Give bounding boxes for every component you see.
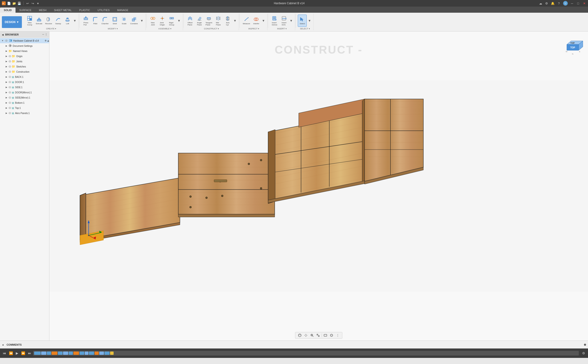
timeline-item-6[interactable] (63, 351, 68, 355)
timeline-prev[interactable]: ⏪ (8, 351, 14, 356)
more-modify-button[interactable]: ▾ (139, 15, 144, 27)
open-file-icon[interactable]: 📁 (12, 1, 16, 5)
notifications-icon[interactable]: 🔔 (551, 1, 555, 5)
tree-item-door-mirror[interactable]: ▶ ▣ DOOR(Mirror):1 (0, 90, 49, 95)
joint-origin-button[interactable]: JointOrigin (158, 15, 167, 27)
tree-arrow-doc[interactable]: ▶ (5, 44, 8, 47)
tree-item-top[interactable]: ▶ ▣ Top:1 (0, 105, 49, 110)
timeline-item-13[interactable] (99, 351, 104, 355)
tree-item-construction[interactable]: ▶ 📁 Construction (0, 69, 49, 74)
tab-mesh[interactable]: MESH (35, 7, 50, 13)
eye-icon-bottom[interactable] (8, 101, 11, 104)
tree-arrow-top[interactable]: ▶ (5, 106, 8, 110)
pan-icon[interactable] (303, 333, 309, 338)
plane-at-angle-button[interactable]: AnglePlane (195, 15, 204, 27)
timeline-track[interactable] (33, 351, 579, 356)
tree-arrow-root[interactable]: ▼ (1, 39, 4, 42)
viewcube-svg[interactable]: TOP TOP N W E (562, 36, 583, 57)
render-icon[interactable] (329, 333, 334, 338)
timeline-item-12[interactable] (95, 351, 99, 355)
comments-more-icon[interactable]: ⊕ (584, 343, 586, 346)
design-dropdown-button[interactable]: DESIGN ▼ (2, 16, 22, 28)
tree-item-back[interactable]: ▶ ▣ BACK:1 (0, 74, 49, 79)
timeline-item-14[interactable] (105, 351, 110, 355)
viewport[interactable]: CONSTRUCT - TOP TOP N W E (49, 32, 588, 340)
extrude-button[interactable]: Extrude (35, 15, 44, 27)
rigid-group-button[interactable]: RigidGroup (167, 15, 176, 27)
eye-icon-joints[interactable] (8, 60, 11, 63)
scale-button[interactable]: Scale (120, 15, 129, 27)
display-mode-icon[interactable] (323, 333, 328, 338)
tab-manage[interactable]: MANAGE (113, 7, 132, 13)
timeline-to-start[interactable]: ⏮ (2, 351, 7, 356)
tree-arrow-sketches[interactable]: ▶ (5, 65, 8, 68)
cloud-sync-icon[interactable]: ☁ (539, 1, 542, 5)
tree-arrow-door[interactable]: ▶ (5, 80, 8, 84)
eye-icon-sketches[interactable] (8, 65, 11, 68)
press-pull-button[interactable]: PressPull (81, 15, 90, 27)
tree-arrow-construction[interactable]: ▶ (5, 70, 8, 73)
eye-icon-door[interactable] (8, 81, 11, 84)
chamfer-button[interactable]: Chamfer (100, 15, 110, 27)
orbit-icon[interactable] (297, 333, 302, 338)
tree-arrow-bottom[interactable]: ▶ (5, 101, 8, 104)
insert-derive-button[interactable]: InsertDerive (270, 15, 279, 27)
tree-item-named-views[interactable]: ▶ 📁 Named Views (0, 48, 49, 54)
eye-icon-top[interactable] (8, 106, 11, 109)
3d-canvas[interactable] (49, 32, 588, 340)
timeline-to-end[interactable]: ⏭ (27, 351, 32, 356)
tree-item-sketches[interactable]: ▶ 📁 Sketches (0, 64, 49, 69)
more-inspect-button[interactable]: ▾ (261, 15, 266, 27)
browser-more-icon[interactable]: ⋮ (45, 33, 47, 36)
timeline-item-10[interactable] (85, 351, 88, 355)
tree-item-bottom[interactable]: ▶ ▣ Bottom:1 (0, 100, 49, 105)
revolve-button[interactable]: Revolve (44, 15, 53, 27)
eye-icon-back[interactable] (8, 76, 11, 78)
tangent-plane-button[interactable]: TangentPlane (204, 15, 213, 27)
tree-item-doc-settings[interactable]: ▶ ⚙ Document Settings (0, 43, 49, 48)
timeline-item-11[interactable] (89, 351, 94, 355)
tree-arrow-joints[interactable]: ▶ (5, 60, 8, 63)
tree-arrow-side-mirror[interactable]: ▶ (5, 96, 8, 99)
timeline-item-7[interactable] (69, 351, 73, 355)
tree-arrow-side[interactable]: ▶ (5, 86, 8, 89)
timeline-next[interactable]: ⏩ (20, 351, 26, 356)
timeline-item-5[interactable] (58, 351, 63, 355)
tab-utilities[interactable]: UTILITIES (94, 7, 113, 13)
select-mode-button[interactable]: Select (298, 15, 307, 27)
combine-button[interactable]: Combine (129, 15, 139, 27)
new-file-icon[interactable]: 📄 (7, 1, 11, 5)
measure-button[interactable]: Measure (242, 15, 251, 27)
tree-arrow-back[interactable]: ▶ (5, 75, 8, 78)
timeline-play[interactable]: ▶ (15, 351, 19, 356)
eye-icon-origin[interactable] (8, 55, 11, 58)
tree-arrow-akro[interactable]: ▶ (5, 111, 8, 115)
eye-icon-side[interactable] (8, 86, 11, 89)
zoom-icon[interactable] (309, 333, 315, 338)
viewcube[interactable]: TOP TOP N W E (562, 36, 583, 57)
shell-button[interactable]: Shell (110, 15, 119, 27)
tree-item-side[interactable]: ▶ ▣ SIDE:1 (0, 85, 49, 90)
browser-collapse-icon[interactable]: ─ (42, 33, 44, 36)
more-insert-button[interactable]: ▾ (289, 15, 294, 27)
eye-icon-side-mirror[interactable] (8, 96, 11, 99)
sweep-button[interactable]: Sweep (54, 15, 63, 27)
midplane-button[interactable]: MidPlane (214, 15, 223, 27)
timeline-settings[interactable]: ⚙ (581, 351, 586, 356)
axis-through-cylinder-button[interactable]: AxisCyl (223, 15, 232, 27)
more-quick-access-icon[interactable]: ▾ (36, 1, 40, 5)
root-settings-icon[interactable]: ⚙ (45, 39, 46, 42)
close-icon[interactable]: ✕ (582, 1, 586, 5)
undo-icon[interactable]: ↩ (26, 1, 29, 5)
eye-icon-door-mirror[interactable] (8, 91, 11, 94)
tree-item-joints[interactable]: ▶ 📁 Joints (0, 59, 49, 64)
visibility-icon-root[interactable] (5, 39, 8, 42)
timeline-item-1[interactable] (34, 351, 41, 355)
tab-surface[interactable]: SURFACE (15, 7, 35, 13)
tree-item-akro[interactable]: ▶ ▣ Akro Panels:1 (0, 110, 49, 116)
tree-arrow-origin[interactable]: ▶ (5, 55, 8, 58)
timeline-item-3[interactable] (47, 351, 51, 355)
more-viewport-icon[interactable]: ⋮ (335, 333, 340, 338)
tree-item-side-mirror[interactable]: ▶ ▣ SIDE(Mirror):1 (0, 95, 49, 100)
tree-item-origin[interactable]: ▶ 📁 Origin (0, 54, 49, 59)
